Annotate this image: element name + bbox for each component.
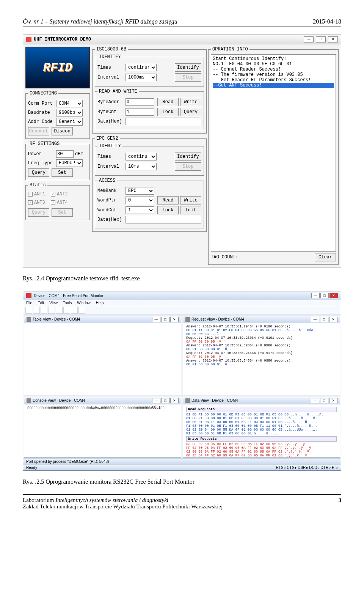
tag-count-label: TAG COUNT:: [211, 255, 238, 260]
header-title: Ćw. nr 1 – Systemy radiowej identyfikacj…: [23, 18, 177, 25]
maximize-button[interactable]: □: [316, 36, 326, 42]
iso-write-button[interactable]: Write: [180, 98, 201, 106]
iso-rw-group: READ AND WRITE ByteAddrReadWrite ByteCnt…: [95, 89, 204, 130]
wordptr-select[interactable]: 0: [126, 197, 154, 204]
menu-window[interactable]: Window: [77, 301, 91, 305]
uhf-app-window: UHF INTERROGATOR DEMO — □ ✕ RFID CONNECT…: [23, 35, 341, 267]
epc-legend: EPC GEN2: [95, 136, 120, 141]
serial-monitor-window: Device - COM4 - Free Serial Port Monitor…: [23, 291, 341, 471]
tool-icon[interactable]: [56, 307, 63, 314]
mon-app-icon: [26, 293, 31, 298]
figure-caption-1: Rys. .2.4 Oprogramowanie testowe rfid_te…: [23, 275, 341, 282]
tool-icon[interactable]: [71, 307, 78, 314]
byteaddr-input[interactable]: [126, 98, 154, 106]
menu-edit[interactable]: Edit: [38, 301, 44, 305]
rf-set-button[interactable]: Set: [52, 168, 73, 177]
ant2-checkbox[interactable]: ✓ANT2: [51, 192, 68, 197]
baudrate-select[interactable]: 9600bps: [56, 109, 83, 116]
tool-icon[interactable]: [25, 307, 32, 314]
pane-icon: [185, 398, 190, 403]
power-input[interactable]: [56, 150, 74, 158]
connecting-legend: CONNECTING: [28, 91, 58, 96]
addr-code-label: Addr Code: [28, 119, 55, 124]
header-date: 2015-04-18: [313, 18, 341, 25]
page-number: 3: [339, 497, 342, 503]
ant3-checkbox[interactable]: ✓ANT3: [28, 200, 45, 205]
table-view-body[interactable]: [24, 323, 181, 326]
epc-data-input[interactable]: [126, 216, 201, 223]
epc-times-select[interactable]: continu: [126, 153, 157, 160]
bytecnt-label: ByteCnt: [97, 109, 124, 115]
baudrate-label: Baudrate: [28, 110, 55, 115]
menu-view[interactable]: View: [49, 301, 58, 305]
iso-interval-label: Interval: [97, 75, 124, 80]
ant4-checkbox[interactable]: ✓ANT4: [51, 200, 68, 205]
menu-tools[interactable]: Tools: [63, 301, 72, 305]
iso-interval-select[interactable]: 1000ms: [126, 74, 157, 81]
epc-lock-button[interactable]: Lock: [157, 206, 179, 214]
iso-group: ISO18000-6B IDENTIFY TimescontinurIdenti…: [92, 47, 207, 134]
epc-interval-label: Interval: [97, 164, 124, 169]
data-view-pane: Data View - Device - COM4—□✕ Read Reques…: [183, 397, 340, 458]
request-view-pane: Request View - Device - COM4—□✕ Answer: …: [183, 316, 340, 395]
iso-legend: ISO18000-6B: [95, 47, 128, 52]
freq-type-select[interactable]: EUROUP: [56, 159, 83, 167]
request-view-body[interactable]: Answer: 2012-04-07 10:33:01.29464 (+0.01…: [183, 323, 340, 368]
mon-toolbar: [23, 306, 341, 315]
iso-read-button[interactable]: Read: [157, 98, 179, 106]
close-button[interactable]: ✕: [328, 36, 338, 42]
iso-lock-button[interactable]: Lock: [157, 108, 179, 116]
iso-times-select[interactable]: continur: [126, 64, 157, 71]
mon-max-button[interactable]: □: [320, 293, 329, 298]
rf-settings-group: RF SETTINGS PowerdBm Freq TypeEUROUP Que…: [25, 141, 90, 180]
menu-file[interactable]: File: [26, 301, 32, 305]
epc-data-label: Data(Hex): [97, 217, 124, 222]
tool-icon[interactable]: [48, 307, 55, 314]
static-legend: Static: [28, 182, 47, 188]
wordcnt-select[interactable]: 1: [126, 206, 154, 214]
tool-icon[interactable]: [33, 307, 40, 314]
info-listbox[interactable]: Start Continurous Identify! NO.1: E0 04 …: [211, 54, 336, 252]
epc-access-group: ACCESS MemBankEPC WordPtr0ReadWrite Word…: [95, 178, 204, 228]
rfid-logo: RFID: [25, 47, 90, 88]
epc-write-button[interactable]: Write: [180, 196, 201, 204]
table-view-pane: Table View - Device - COM4—□✕: [24, 316, 181, 395]
static-group: Static ✓ANT1 ✓ANT2 ✓ANT3 ✓ANT4 QuerySet: [25, 182, 90, 220]
mon-close-button[interactable]: ✕: [329, 293, 338, 298]
iso-query-button[interactable]: Query: [180, 108, 201, 116]
console-view-body[interactable]: ñññññññññññññññññññññññññññññññ&g0ozññññ…: [24, 404, 181, 411]
static-set-button[interactable]: Set: [52, 208, 73, 217]
static-query-button[interactable]: Query: [28, 208, 49, 217]
pane-icon: [185, 317, 190, 322]
minimize-button[interactable]: —: [304, 36, 314, 42]
iso-stop-button[interactable]: Stop: [175, 73, 201, 82]
ant1-checkbox[interactable]: ✓ANT1: [28, 192, 45, 197]
iso-identify-button[interactable]: Identify: [175, 63, 201, 72]
dbm-label: dBm: [75, 151, 83, 157]
window-buttons: — □ ✕: [304, 36, 338, 42]
epc-stop-button[interactable]: Stop: [175, 162, 201, 171]
tool-icon[interactable]: [41, 307, 47, 314]
clear-button[interactable]: Clear: [315, 253, 336, 261]
membank-select[interactable]: EPC: [126, 187, 154, 195]
tool-icon[interactable]: [78, 307, 85, 314]
epc-interval-select[interactable]: 10ms: [126, 163, 157, 170]
data-view-body[interactable]: Read Requests 01 0B F1 03 00 00 01 0B F1…: [183, 404, 340, 457]
addr-code-select[interactable]: Generic: [56, 118, 83, 126]
iso-data-input[interactable]: [126, 118, 201, 125]
bytecnt-input[interactable]: [126, 108, 154, 116]
menu-help[interactable]: Help: [96, 301, 104, 305]
rf-query-button[interactable]: Query: [28, 168, 49, 177]
iso-times-label: Times: [97, 65, 124, 70]
info-legend: OPRATION INFO: [211, 47, 249, 52]
epc-init-button[interactable]: Init: [180, 206, 201, 214]
epc-read-button[interactable]: Read: [157, 196, 179, 204]
titlebar: UHF INTERROGATOR DEMO — □ ✕: [23, 35, 341, 44]
epc-identify-button[interactable]: Identify: [175, 153, 201, 161]
comm-port-select[interactable]: COM4: [56, 100, 83, 107]
tool-icon[interactable]: [63, 307, 70, 314]
discon-button[interactable]: Discon: [52, 127, 73, 135]
mon-min-button[interactable]: —: [311, 293, 320, 298]
app-icon: [26, 37, 31, 42]
connect-button[interactable]: Connect: [28, 127, 49, 135]
